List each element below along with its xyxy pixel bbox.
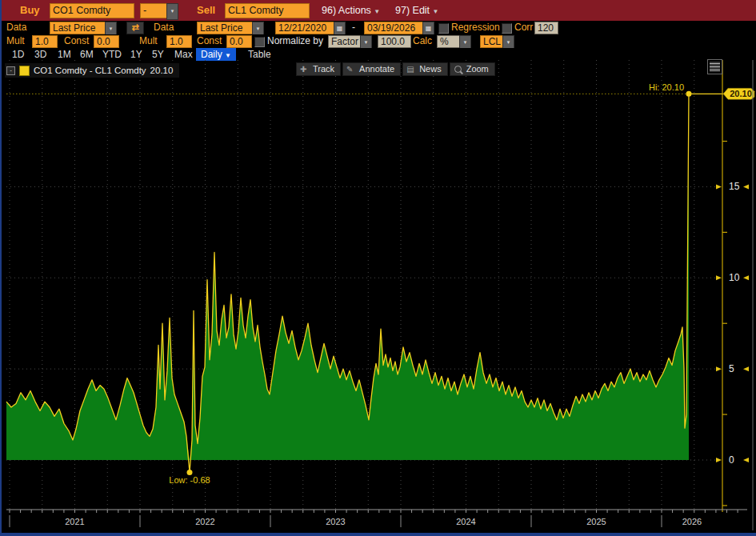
spread-chart[interactable]: Hi: 20.1020.10Low: -0.680510152021202220…	[0, 60, 756, 533]
mult1-label: Mult	[6, 34, 25, 48]
x-axis-year-label: 2026	[682, 517, 702, 526]
tab-table[interactable]: Table	[248, 48, 271, 61]
tab-1d[interactable]: 1D	[12, 48, 24, 61]
x-axis-year-label: 2024	[456, 517, 475, 526]
data1-label: Data	[6, 21, 26, 34]
news-button[interactable]: ▤News	[402, 62, 448, 76]
zoom-button[interactable]: Zoom	[450, 62, 495, 76]
last-value-axis-tag-text: 20.10	[730, 89, 752, 98]
chevron-down-icon: ▼	[374, 8, 380, 15]
y-axis-tick-arrow	[716, 184, 722, 189]
corr-label: Corr	[514, 21, 533, 34]
x-axis-year-label: 2023	[326, 517, 345, 526]
y-axis-tick-label: 15	[729, 181, 740, 192]
periodicity-select[interactable]: Daily ▼	[196, 48, 236, 61]
const2-label: Const	[197, 34, 222, 48]
normalize-label: Normalize by	[267, 34, 323, 48]
normalize-checkbox[interactable]	[254, 37, 265, 47]
swap-securities-button[interactable]: ⇄	[126, 22, 144, 34]
tab-6m[interactable]: 6M	[80, 48, 94, 61]
buy-security-input[interactable]: CO1 Comdty	[50, 3, 134, 18]
buy-label: Buy	[20, 0, 40, 21]
data-toolbar: Data Last Price ▼ ⇄ Data Last Price ▼ 12…	[0, 21, 756, 34]
chevron-down-icon: ▼	[433, 8, 439, 15]
mult2-input[interactable]: 1.0	[166, 35, 192, 48]
x-axis-year-label: 2021	[65, 517, 84, 526]
series-color-swatch	[19, 66, 30, 76]
tab-ytd[interactable]: YTD	[102, 48, 122, 61]
mult2-label: Mult	[139, 34, 158, 48]
data2-label: Data	[154, 21, 174, 34]
high-label: Hi: 20.10	[649, 82, 684, 92]
spread-operator-dropdown-icon[interactable]: ▼	[166, 3, 178, 20]
date-from-input[interactable]: 12/21/2020	[275, 22, 339, 34]
security-toolbar: Buy CO1 Comdty - ▼ Sell CL1 Comdty 96) A…	[0, 0, 756, 21]
tab-1m[interactable]: 1M	[58, 48, 71, 61]
sell-security-input[interactable]: CL1 Comdty	[225, 3, 310, 18]
regression-label: Regression	[451, 21, 500, 34]
scaling-toolbar: Mult 1.0 Const 0.0 Mult 1.0 Const 0.0 No…	[0, 34, 756, 48]
regression-checkbox[interactable]	[438, 23, 449, 34]
zoom-magnifier-icon	[454, 66, 462, 73]
date-to-input[interactable]: 03/19/2026	[364, 22, 428, 34]
y-axis-tick-arrow	[743, 366, 749, 371]
window-border-bottom	[0, 533, 756, 536]
series-last-value: 20.10	[150, 66, 174, 75]
y-axis-tick-arrow	[743, 275, 749, 280]
track-button[interactable]: ✚Track	[296, 62, 341, 76]
x-axis-year-label: 2022	[195, 517, 214, 526]
edit-menu[interactable]: 97) Edit ▼	[395, 0, 439, 22]
chart-panel-grid-icon[interactable]	[707, 59, 722, 74]
y-axis-tick-arrow	[716, 458, 722, 462]
news-page-icon: ▤	[406, 65, 415, 74]
actions-menu[interactable]: 96) Actions ▼	[322, 0, 380, 22]
const1-input[interactable]: 0.0	[94, 35, 119, 48]
y-axis-tick-arrow	[716, 275, 722, 280]
const1-label: Const	[64, 34, 89, 48]
range-tab-bar: 1D3D1M6MYTD1Y5YMax Daily ▼ Table	[0, 48, 756, 61]
y-axis-tick-label: 10	[729, 272, 740, 283]
annotate-button[interactable]: ✎Annotate	[342, 62, 401, 76]
sell-label: Sell	[197, 0, 215, 21]
y-axis-tick-label: 0	[729, 454, 734, 466]
legend-collapse-icon[interactable]: -	[6, 66, 15, 75]
calc-label: Calc	[413, 34, 432, 48]
data1-select[interactable]: Last Price	[50, 22, 110, 34]
factor-input[interactable]: 100.0	[378, 35, 411, 48]
y-axis-tick-arrow	[743, 458, 749, 462]
y-axis-tick-arrow	[716, 366, 722, 371]
high-point-marker	[686, 91, 692, 97]
chart-toolbar: ✚Track✎Annotate▤NewsZoom	[296, 61, 497, 76]
const2-input[interactable]: 0.0	[226, 35, 252, 48]
chart-legend[interactable]: - CO1 Comdty - CL1 Comdty 20.10	[5, 63, 179, 78]
x-axis-year-label: 2025	[586, 517, 606, 526]
bloomberg-spread-chart-window: Buy CO1 Comdty - ▼ Sell CL1 Comdty 96) A…	[0, 0, 756, 536]
tab-3d[interactable]: 3D	[34, 48, 46, 61]
tab-5y[interactable]: 5Y	[152, 48, 164, 61]
y-axis-tick-arrow	[743, 184, 749, 189]
tab-1y[interactable]: 1Y	[130, 48, 142, 61]
annotate-pencil-icon: ✎	[346, 65, 355, 74]
series-area-fill	[6, 94, 689, 460]
chevron-down-icon: ▼	[225, 52, 231, 59]
track-crosshair-icon: ✚	[300, 65, 309, 74]
tab-max[interactable]: Max	[174, 48, 193, 61]
y-axis-tick-label: 5	[729, 363, 734, 374]
corr-window-input[interactable]: 120	[534, 22, 558, 34]
low-label: Low: -0.68	[169, 475, 210, 485]
data2-select[interactable]: Last Price	[197, 22, 258, 34]
mult1-input[interactable]: 1.0	[32, 35, 58, 48]
series-label: CO1 Comdty - CL1 Comdty	[34, 66, 146, 75]
spread-operator-select[interactable]: -	[140, 3, 168, 18]
date-range-separator: -	[352, 21, 355, 34]
low-point-marker	[187, 470, 193, 475]
window-border-left	[0, 0, 2, 536]
corr-checkbox[interactable]	[502, 23, 512, 34]
